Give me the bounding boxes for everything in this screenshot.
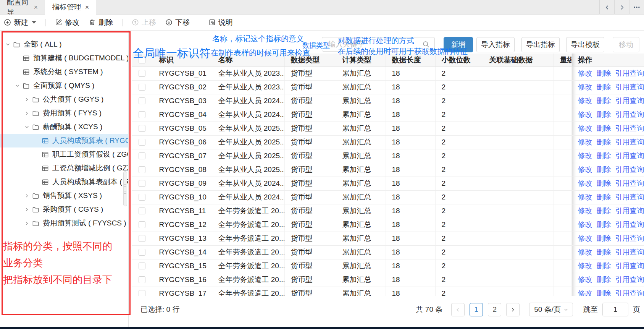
delete-link[interactable]: 删除 <box>597 234 611 242</box>
edit-link[interactable]: 修改 <box>578 152 592 160</box>
edit-button[interactable]: 修改 <box>55 18 79 28</box>
chevron-down-icon[interactable] <box>15 83 20 88</box>
edit-link[interactable]: 修改 <box>578 83 592 91</box>
delete-link[interactable]: 删除 <box>597 262 611 270</box>
edit-link[interactable]: 修改 <box>578 179 592 187</box>
delete-link[interactable]: 删除 <box>597 97 611 105</box>
row-checkbox[interactable] <box>139 152 145 159</box>
tree-item[interactable]: 费用预算 ( FYYS ) <box>0 106 128 120</box>
delete-link[interactable]: 删除 <box>597 193 611 201</box>
tab-scroll-right-button[interactable] <box>614 0 629 15</box>
move-down-button[interactable]: 下移 <box>165 18 190 28</box>
row-checkbox[interactable] <box>139 166 145 173</box>
delete-link[interactable]: 删除 <box>597 165 611 173</box>
delete-link[interactable]: 删除 <box>597 152 611 160</box>
reference-query-link[interactable]: 引用查询 <box>615 262 644 270</box>
tree-item[interactable]: 采购预算 ( CGYS ) <box>0 203 128 216</box>
edit-link[interactable]: 修改 <box>578 110 592 118</box>
row-checkbox[interactable] <box>139 84 145 91</box>
reference-query-link[interactable]: 引用查询 <box>615 207 644 215</box>
chevron-right-icon[interactable] <box>24 207 29 212</box>
reference-query-link[interactable]: 引用查询 <box>615 220 644 229</box>
delete-link[interactable]: 删除 <box>597 110 611 118</box>
edit-link[interactable]: 修改 <box>578 262 592 270</box>
edit-link[interactable]: 修改 <box>578 97 592 105</box>
reference-query-link[interactable]: 引用查询 <box>615 289 644 296</box>
tree-item[interactable]: 全部 ( ALL ) <box>0 37 128 51</box>
delete-link[interactable]: 删除 <box>597 138 611 146</box>
chevron-right-icon[interactable] <box>24 97 29 102</box>
reference-query-link[interactable]: 引用查询 <box>615 69 644 77</box>
tab-config-wizard[interactable]: 配置向导 × <box>0 0 45 15</box>
edit-link[interactable]: 修改 <box>578 276 592 284</box>
delete-link[interactable]: 删除 <box>597 69 611 77</box>
export-indicators-button[interactable]: 导出指标 <box>521 37 560 52</box>
delete-link[interactable]: 删除 <box>597 207 611 215</box>
edit-link[interactable]: 修改 <box>578 193 592 201</box>
move-up-button[interactable]: 上移 <box>132 18 156 28</box>
tab-indicator-management[interactable]: 指标管理 × <box>45 0 96 15</box>
row-checkbox[interactable] <box>139 111 145 118</box>
delete-link[interactable]: 删除 <box>597 220 611 229</box>
reference-query-link[interactable]: 引用查询 <box>615 138 644 146</box>
row-checkbox[interactable] <box>139 276 145 283</box>
delete-button[interactable]: 删除 <box>89 18 113 28</box>
reference-query-link[interactable]: 引用查询 <box>615 110 644 118</box>
reference-query-link[interactable]: 引用查询 <box>615 152 644 160</box>
chevron-right-icon[interactable] <box>24 111 29 116</box>
page-2-button[interactable]: 2 <box>488 303 501 316</box>
tab-scroll-left-button[interactable] <box>599 0 614 15</box>
tree-item[interactable]: 薪酬预算 ( XCYS ) <box>0 120 128 134</box>
delete-link[interactable]: 删除 <box>597 124 611 132</box>
reference-query-link[interactable]: 引用查询 <box>615 97 644 105</box>
row-checkbox[interactable] <box>139 194 145 201</box>
tree-item[interactable]: 人员构成预算表副本 ( RYG <box>0 175 128 189</box>
reference-query-link[interactable]: 引用查询 <box>615 234 644 242</box>
tree-item[interactable]: 销售预算 ( XSYS ) <box>0 189 128 203</box>
edit-link[interactable]: 修改 <box>578 248 592 256</box>
sidebar-scrollbar[interactable] <box>123 171 127 206</box>
chevron-right-icon[interactable] <box>24 221 29 226</box>
export-template-button[interactable]: 导出模板 <box>566 37 604 52</box>
import-indicators-button[interactable]: 导入指标 <box>476 37 515 52</box>
row-checkbox[interactable] <box>139 70 145 77</box>
row-checkbox[interactable] <box>139 125 145 132</box>
search-input[interactable]: 输入关键字 <box>322 37 435 52</box>
tree-item[interactable]: 职工工资预算假设 ( ZGGZ <box>0 147 128 161</box>
reference-query-link[interactable]: 引用查询 <box>615 124 644 132</box>
edit-link[interactable]: 修改 <box>578 124 592 132</box>
reference-query-link[interactable]: 引用查询 <box>615 83 644 91</box>
delete-link[interactable]: 删除 <box>597 179 611 187</box>
row-checkbox[interactable] <box>139 249 145 256</box>
row-checkbox[interactable] <box>139 263 145 269</box>
delete-link[interactable]: 删除 <box>597 248 611 256</box>
row-checkbox[interactable] <box>139 180 145 187</box>
delete-link[interactable]: 删除 <box>597 83 611 91</box>
edit-link[interactable]: 修改 <box>578 220 592 229</box>
tree-item[interactable]: 全面预算 ( QMYS ) <box>0 79 128 92</box>
edit-link[interactable]: 修改 <box>578 138 592 146</box>
delete-link[interactable]: 删除 <box>597 276 611 284</box>
edit-link[interactable]: 修改 <box>578 234 592 242</box>
chevron-down-icon[interactable] <box>24 125 29 130</box>
edit-link[interactable]: 修改 <box>578 165 592 173</box>
reference-query-link[interactable]: 引用查询 <box>615 179 644 187</box>
chevron-right-icon[interactable] <box>24 193 29 198</box>
row-checkbox[interactable] <box>139 97 145 104</box>
prev-page-button[interactable] <box>451 303 465 316</box>
new-button[interactable]: 新建 <box>4 18 36 28</box>
close-icon[interactable]: × <box>34 4 38 11</box>
row-checkbox[interactable] <box>139 235 145 242</box>
tree-item[interactable]: 公共预算 ( GGYS ) <box>0 92 128 106</box>
reference-query-link[interactable]: 引用查询 <box>615 193 644 201</box>
edit-link[interactable]: 修改 <box>578 207 592 215</box>
reference-query-link[interactable]: 引用查询 <box>615 276 644 284</box>
jump-page-input[interactable]: 1 <box>602 303 628 316</box>
close-icon[interactable]: × <box>85 4 89 11</box>
next-page-button[interactable] <box>506 303 520 316</box>
reference-query-link[interactable]: 引用查询 <box>615 248 644 256</box>
page-1-button[interactable]: 1 <box>470 303 483 316</box>
edit-link[interactable]: 修改 <box>578 69 592 77</box>
page-size-select[interactable]: 50 条/页 <box>529 303 573 316</box>
tree-item[interactable]: 费用预算测试 ( FYYSCS ) <box>0 216 128 230</box>
